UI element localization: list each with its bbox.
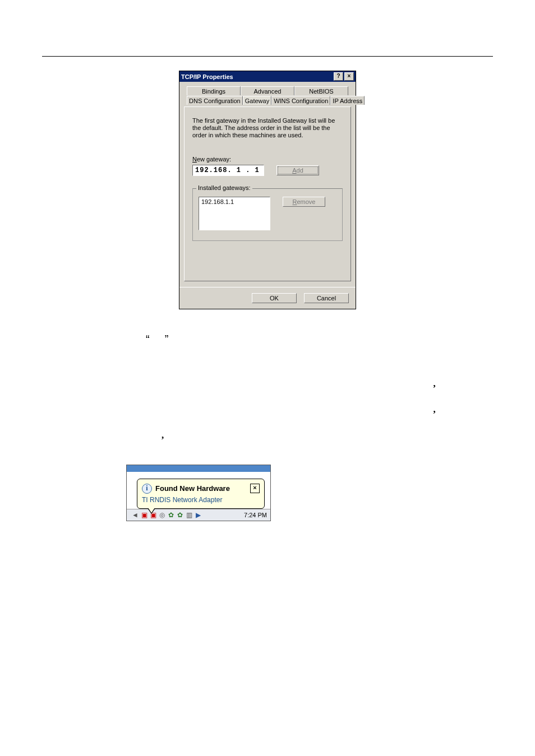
tab-wins-configuration[interactable]: WINS Configuration [271, 96, 330, 105]
remove-button[interactable]: Remove [283, 197, 325, 207]
installed-gateways-list[interactable]: 192.168.1.1 [199, 197, 270, 230]
notification-balloon[interactable]: i Found New Hardware × TI RNDIS Network … [137, 479, 265, 509]
notification-top-bar [127, 465, 270, 472]
notification-message: TI RNDIS Network Adapter [142, 496, 260, 504]
doc-quote-marks: “ ” [146, 332, 471, 347]
tray-icon[interactable]: ▣ [140, 511, 148, 519]
tab-advanced[interactable]: Advanced [241, 86, 294, 95]
tray-icon[interactable]: ◄ [131, 511, 139, 519]
installed-gateways-group: Installed gateways: 192.168.1.1 Remove [192, 188, 343, 241]
tab-ip-address[interactable]: IP Address [330, 96, 365, 105]
installed-gateway-item[interactable]: 192.168.1.1 [201, 198, 268, 205]
balloon-tail-icon [147, 508, 155, 514]
dialog-body: Bindings Advanced NetBIOS DNS Configurat… [179, 82, 356, 287]
titlebar-close-button[interactable]: × [344, 72, 354, 81]
new-gateway-label: New gateway: [192, 156, 343, 163]
cancel-button[interactable]: Cancel [304, 293, 349, 303]
new-gateway-input[interactable]: 192.168. 1 . 1 [192, 165, 264, 176]
tray-icon[interactable]: ◎ [158, 511, 166, 519]
ok-button[interactable]: OK [252, 293, 297, 303]
dialog-titlebar[interactable]: TCP/IP Properties ? × [179, 71, 356, 82]
tab-bindings[interactable]: Bindings [187, 86, 241, 95]
tray-icon[interactable]: ✿ [176, 511, 184, 519]
doc-paragraph-area: xxxxxxxxxxxxxxxxxxxxxxxxxxxxxxxxxxxxxxxx… [123, 378, 471, 442]
tcpip-properties-dialog: TCP/IP Properties ? × Bindings Advanced … [179, 71, 356, 309]
installed-gateways-legend: Installed gateways: [196, 184, 252, 191]
tray-icon[interactable]: ✿ [167, 511, 175, 519]
found-new-hardware-notification: i Found New Hardware × TI RNDIS Network … [126, 465, 271, 521]
tab-strip: Bindings Advanced NetBIOS DNS Configurat… [184, 86, 351, 107]
add-button[interactable]: Add [276, 165, 319, 175]
top-rule [42, 56, 493, 57]
tab-gateway[interactable]: Gateway [243, 96, 271, 105]
dialog-footer: OK Cancel [179, 287, 356, 309]
notification-title: Found New Hardware [155, 484, 230, 493]
titlebar-help-button[interactable]: ? [334, 72, 343, 81]
info-icon: i [142, 484, 152, 494]
notification-close-button[interactable]: × [250, 484, 260, 493]
tab-pane-gateway: The first gateway in the Installed Gatew… [184, 106, 351, 281]
gateway-description: The first gateway in the Installed Gatew… [192, 117, 343, 139]
tab-dns-configuration[interactable]: DNS Configuration [187, 96, 243, 105]
tray-icon[interactable]: ▶ [194, 511, 202, 519]
tab-netbios[interactable]: NetBIOS [294, 86, 348, 95]
dialog-title: TCP/IP Properties [181, 73, 233, 80]
tray-clock: 7:24 PM [244, 512, 267, 518]
tray-icon[interactable]: ▥ [185, 511, 193, 519]
